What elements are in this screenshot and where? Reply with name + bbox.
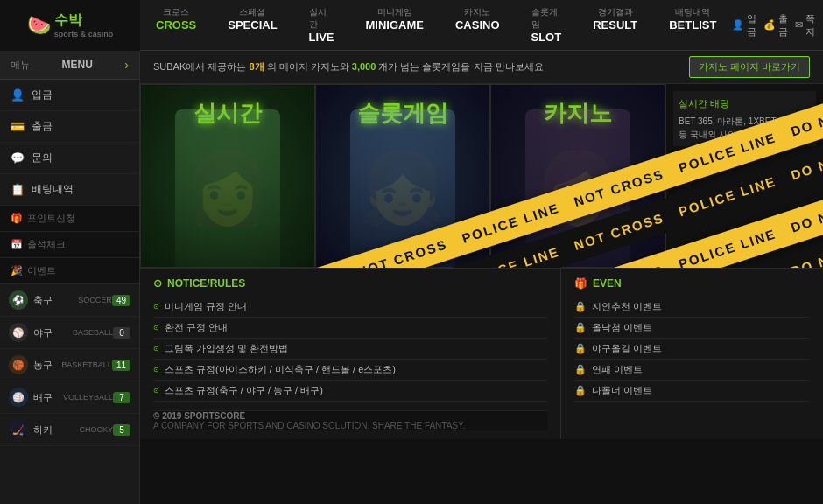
nav-item-casino[interactable]: 카지노CASINO xyxy=(440,0,516,51)
nav-ko-casino: 카지노 xyxy=(464,6,490,18)
nav-en-special: SPECIAL xyxy=(228,18,277,32)
notice-item-5[interactable]: ⊙스포츠 규정(축구 / 야구 / 농구 / 배구) xyxy=(153,381,547,402)
deposit-label: 입금 xyxy=(32,88,53,102)
sidebar-item-betlist[interactable]: 📋 배팅내역 xyxy=(0,174,139,206)
hockey-icon: 🏒 xyxy=(9,420,28,439)
inquiry-label: 문의 xyxy=(32,150,53,165)
volleyball-icon: 🏐 xyxy=(9,388,28,407)
nav-item-betlist[interactable]: 배팅내역BETLIST xyxy=(653,0,732,51)
bottom-section: ⊙ NOTICE/RULES ⊙미니게임 규정 안내 ⊙환전 규정 안내 ⊙그림… xyxy=(140,268,823,439)
lock-icon-5: 🔒 xyxy=(574,385,587,396)
notice-icon: ⊙ xyxy=(153,277,162,290)
event-item-4-text: 연패 이벤트 xyxy=(592,363,643,376)
casino-bg: 카지노 👩 xyxy=(491,85,665,267)
event-title-icon: 🎁 xyxy=(574,277,587,290)
message-button[interactable]: ✉ 쪽지 xyxy=(795,12,815,38)
logo-icon: 🍉 xyxy=(27,14,51,37)
notice-item-2-text: 환전 규정 안내 xyxy=(165,321,228,334)
deposit-icon: 👤 xyxy=(11,88,25,102)
nav-item-minigame[interactable]: 미니게임MINIGAME xyxy=(349,0,439,51)
footer-area: © 2019 SPORTSCORE A COMPANY FOR SPORTS A… xyxy=(153,410,547,430)
sport-item-hockey[interactable]: 🏒 하키 CHOCKY 5 xyxy=(0,414,139,446)
nav-en-cross: CROSS xyxy=(156,18,196,32)
slot-bg: 슬롯게임 👧 xyxy=(316,85,489,267)
nav-ko-cross: 크로스 xyxy=(163,6,189,18)
point-icon: 🎁 xyxy=(11,213,23,224)
main-layout: 메뉴 MENU › 👤 입금 💳 출금 💬 문의 📋 배팅내역 🎁 포인트신청 … xyxy=(0,51,823,504)
casino-bet-title: 실시간 배팅 xyxy=(679,96,811,111)
hockey-en: CHOCKY xyxy=(79,425,113,434)
point-label: 포인트신청 xyxy=(27,212,75,225)
notice-item-3[interactable]: ⊙그림폭 가입생성 및 환전방법 xyxy=(153,339,547,360)
lock-icon-3: 🔒 xyxy=(574,343,587,354)
game-banner-slot[interactable]: 슬롯게임 👧 xyxy=(315,84,490,268)
nav-en-live: LIVE xyxy=(309,31,334,44)
nav-ko-minigame: 미니게임 xyxy=(377,6,412,18)
sport-item-baseball[interactable]: ⚾ 야구 BASEBALL 0 xyxy=(0,317,139,349)
basketball-icon: 🏀 xyxy=(9,355,28,374)
lock-icon-4: 🔒 xyxy=(574,364,587,375)
nav-item-special[interactable]: 스페셜SPECIAL xyxy=(212,0,292,51)
event-icon: 🎉 xyxy=(11,265,23,276)
nav-ko-slot: 슬롯게임 xyxy=(531,6,562,31)
sidebar-menu-header: 메뉴 MENU › xyxy=(0,51,139,80)
sport-item-soccer[interactable]: ⚽ 축구 SOCCER 49 xyxy=(0,284,139,317)
event-item-3[interactable]: 🔒야구올길 이벤트 xyxy=(574,339,810,360)
sport-item-volleyball[interactable]: 🏐 배구 VOLLEYBALL 7 xyxy=(0,382,139,414)
nav-item-live[interactable]: 실시간LIVE xyxy=(293,0,350,51)
menu-arrow-icon: › xyxy=(124,58,129,72)
betlist-icon: 📋 xyxy=(11,183,25,196)
withdrawal-icon: 💳 xyxy=(11,120,25,133)
event-item-1[interactable]: 🔒지인추천 이벤트 xyxy=(574,297,810,318)
betlist-label: 배팅내역 xyxy=(32,182,74,197)
attendance-label: 출석체크 xyxy=(27,238,66,251)
event-item-4[interactable]: 🔒연패 이벤트 xyxy=(574,360,810,381)
soccer-icon: ⚽ xyxy=(9,290,28,310)
event-item-2[interactable]: 🔒올낙첨 이벤트 xyxy=(574,318,810,339)
sidebar: 메뉴 MENU › 👤 입금 💳 출금 💬 문의 📋 배팅내역 🎁 포인트신청 … xyxy=(0,51,140,504)
notice-list: ⊙미니게임 규정 안내 ⊙환전 규정 안내 ⊙그림폭 가입생성 및 환전방법 ⊙… xyxy=(153,297,547,402)
sidebar-section-point: 🎁 포인트신청 xyxy=(0,206,139,232)
sidebar-item-inquiry[interactable]: 💬 문의 xyxy=(0,143,139,174)
event-label: 이벤트 xyxy=(27,264,56,277)
notice-section: ⊙ NOTICE/RULES ⊙미니게임 규정 안내 ⊙환전 규정 안내 ⊙그림… xyxy=(140,269,560,439)
notice-item-2[interactable]: ⊙환전 규정 안내 xyxy=(153,318,547,339)
realtime-bg: 실시간 👩 xyxy=(141,85,314,267)
nav-item-result[interactable]: 경기결과RESULT xyxy=(577,0,653,51)
sidebar-item-deposit[interactable]: 👤 입금 xyxy=(0,80,139,111)
deposit-button[interactable]: 💰 출금 xyxy=(763,12,788,38)
volleyball-badge: 7 xyxy=(113,392,130,403)
game-banners: 실시간 👩 슬롯게임 👧 xyxy=(140,84,665,268)
game-banner-casino[interactable]: 카지노 👩 xyxy=(490,84,665,268)
top-navigation: 🍉 수박 sports & casino 크로스CROSS스페셜SPECIAL실… xyxy=(0,0,823,51)
bullet-icon-2: ⊙ xyxy=(153,324,159,332)
notice-item-1[interactable]: ⊙미니게임 규정 안내 xyxy=(153,297,547,318)
nav-item-slot[interactable]: 슬롯게임SLOT xyxy=(516,0,578,51)
attendance-icon: 📅 xyxy=(11,239,23,250)
notice-suffix: 개가 넘는 슬롯게임을 지금 만나보세요 xyxy=(378,61,543,72)
event-item-5-text: 다폴더 이벤트 xyxy=(592,384,652,397)
notice-item-4-text: 스포츠 규정(아이스하키 / 미식축구 / 핸드볼 / e스포츠) xyxy=(165,363,396,376)
event-item-5[interactable]: 🔒다폴더 이벤트 xyxy=(574,381,810,402)
menu-ko-label: 메뉴 xyxy=(11,59,30,72)
notice-prefix: SUBAK에서 제공하는 xyxy=(153,61,249,72)
footer-copyright: © 2019 SPORTSCORE xyxy=(153,411,547,421)
notice-highlight2: 3,000 xyxy=(352,61,376,72)
notice-item-4[interactable]: ⊙스포츠 규정(아이스하키 / 미식축구 / 핸드볼 / e스포츠) xyxy=(153,360,547,381)
notice-item-1-text: 미니게임 규정 안내 xyxy=(165,300,247,313)
nav-en-minigame: MINIGAME xyxy=(365,18,423,32)
casino-bet-text: BET 365, 마라톤, 1XBET, B win 등 국내외 사인 정확한 … xyxy=(679,115,811,141)
casino-page-button[interactable]: 카지노 페이지 바로가기 xyxy=(689,56,810,78)
event-list: 🔒지인추천 이벤트 🔒올낙첨 이벤트 🔒야구올길 이벤트 🔒연패 이벤트 🔒다폴… xyxy=(574,297,810,402)
logo[interactable]: 🍉 수박 sports & casino xyxy=(0,0,140,51)
casino-bet-info: 실시간 배팅 BET 365, 마라톤, 1XBET, B win 등 국내외 … xyxy=(673,91,816,146)
hockey-name: 하키 xyxy=(33,424,75,437)
nav-en-slot: SLOT xyxy=(531,31,562,44)
sport-item-basketball[interactable]: 🏀 농구 BASKETBALL 11 xyxy=(0,349,139,382)
nav-item-cross[interactable]: 크로스CROSS xyxy=(140,0,212,51)
sidebar-item-withdrawal[interactable]: 💳 출금 xyxy=(0,111,139,143)
notice-item-5-text: 스포츠 규정(축구 / 야구 / 농구 / 배구) xyxy=(165,384,323,397)
sidebar-section-attendance: 📅 출석체크 xyxy=(0,232,139,258)
game-banner-realtime[interactable]: 실시간 👩 xyxy=(140,84,315,268)
login-button[interactable]: 👤 입금 xyxy=(732,12,756,38)
